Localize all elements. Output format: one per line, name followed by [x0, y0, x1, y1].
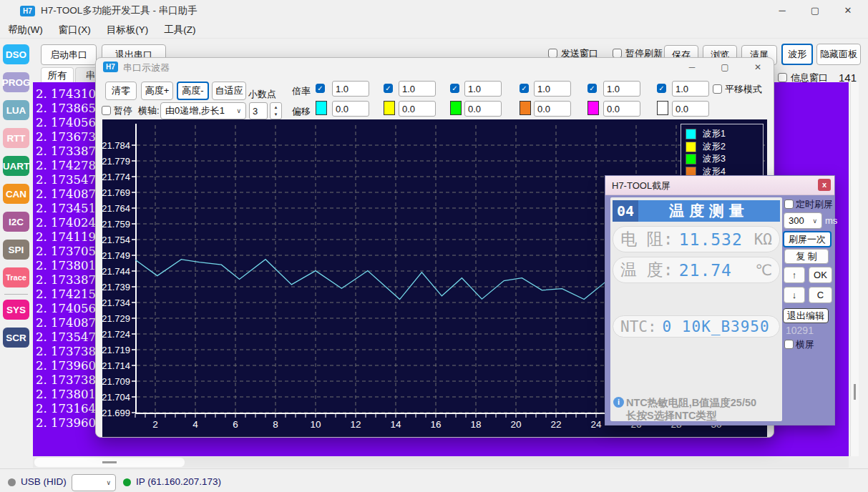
channel-5-ratio-input[interactable]	[603, 81, 640, 97]
channel-4-ratio-input[interactable]	[534, 81, 571, 97]
sidebar-item-rtt[interactable]: RTT	[3, 128, 29, 148]
maximize-icon[interactable]: ▢	[799, 0, 832, 21]
menu-item-1[interactable]: 窗口(X)	[51, 24, 99, 36]
down-button[interactable]: ↓	[784, 287, 805, 303]
resistance-value: 11.532	[679, 230, 743, 249]
svg-text:21.784: 21.784	[102, 140, 130, 151]
channel-4-color-swatch[interactable]	[520, 101, 531, 115]
channel-2-ratio-input[interactable]	[399, 81, 436, 97]
channel-6-enable-checkbox[interactable]: ✓	[657, 84, 666, 93]
svg-text:21.769: 21.769	[102, 187, 130, 198]
usb-status-dot-icon	[8, 478, 16, 486]
wave-button[interactable]: 波形	[781, 44, 813, 65]
haxis-dropdown[interactable]: 由0递增,步长1 ∨	[160, 102, 246, 119]
interval-dropdown[interactable]: 300 ∨	[784, 212, 822, 229]
channel-2-enable-checkbox[interactable]: ✓	[384, 84, 393, 93]
start-serial-button[interactable]: 启动串口	[41, 44, 97, 65]
channel-1-color-swatch[interactable]	[316, 101, 327, 115]
tab-all[interactable]: 所有	[41, 67, 74, 83]
refresh-once-button[interactable]: 刷屏一次	[783, 231, 832, 247]
timer-refresh-checkbox[interactable]	[784, 200, 794, 209]
chevron-down-icon: ∨	[236, 107, 241, 114]
sidebar-item-uart[interactable]: UART	[3, 156, 29, 176]
channel-6-offset-input[interactable]	[672, 101, 709, 117]
minimize-icon[interactable]: ─	[766, 0, 799, 21]
legend-item-3: 波形3	[686, 153, 726, 165]
channel-1-offset-input[interactable]	[332, 101, 369, 117]
channel-5-enable-checkbox[interactable]: ✓	[587, 84, 597, 93]
pan-mode-checkbox[interactable]	[713, 84, 722, 94]
svg-text:21.719: 21.719	[102, 345, 130, 355]
menu-item-0[interactable]: 帮助(W)	[0, 24, 51, 36]
menu-item-2[interactable]: 目标板(Y)	[99, 24, 157, 36]
height-minus-button[interactable]: 高度-	[177, 82, 209, 100]
channel-4-offset-input[interactable]	[534, 101, 571, 117]
decimal-label: 小数点	[248, 88, 276, 101]
channel-6-ratio-input[interactable]	[672, 81, 709, 97]
landscape-checkbox[interactable]	[784, 340, 794, 349]
info-window-checkbox[interactable]	[778, 73, 787, 82]
channel-3-color-swatch[interactable]	[450, 101, 462, 115]
horizontal-scrollbar[interactable]	[33, 457, 849, 468]
channel-3-enable-checkbox[interactable]: ✓	[450, 84, 459, 93]
temperature-label: 温 度:	[620, 259, 673, 281]
close-icon[interactable]: ✕	[832, 0, 864, 21]
vertical-scrollbar[interactable]	[850, 82, 859, 456]
channel-3-ratio-input[interactable]	[464, 81, 502, 97]
decimal-spinner[interactable]: ▲ ▼	[270, 102, 282, 119]
channel-2-color-swatch[interactable]	[384, 101, 395, 115]
exit-edit-button[interactable]: 退出编辑	[783, 308, 829, 323]
svg-text:21.739: 21.739	[102, 282, 130, 292]
height-plus-button[interactable]: 高度+	[141, 82, 173, 100]
spin-down-icon[interactable]: ▼	[274, 112, 278, 117]
sidebar-item-prog[interactable]: PROG	[3, 72, 29, 92]
hide-panel-button[interactable]: 隐藏面板	[816, 44, 861, 65]
sidebar-item-i2c[interactable]: I2C	[3, 212, 29, 232]
port-dropdown[interactable]: ∨	[72, 474, 116, 491]
osc-maximize-icon[interactable]: ▢	[713, 58, 737, 77]
copy-button[interactable]: 复 制	[784, 249, 829, 264]
channel-5-offset-input[interactable]	[603, 101, 640, 117]
menu-item-3[interactable]: 工具(Z)	[156, 24, 203, 36]
legend-item-1: 波形1	[686, 128, 726, 140]
haxis-value: 由0递增,步长1	[165, 104, 225, 117]
channel-4-enable-checkbox[interactable]: ✓	[520, 84, 529, 93]
sidebar-item-spi[interactable]: SPI	[3, 240, 29, 260]
channel-5-color-swatch[interactable]	[587, 101, 599, 115]
spin-up-icon[interactable]: ▲	[274, 105, 278, 109]
sidebar-item-sys[interactable]: SYS	[3, 300, 29, 320]
vertical-scrollbar-thumb[interactable]	[854, 384, 856, 400]
sidebar-item-dso[interactable]: DSO	[3, 44, 29, 64]
c-button[interactable]: C	[809, 287, 832, 303]
usb-status-label: USB (HID)	[21, 476, 67, 487]
legend-label: 波形1	[703, 128, 726, 140]
sidebar-item-lua[interactable]: LUA	[3, 100, 29, 120]
legend-label: 波形2	[703, 141, 726, 153]
ok-button[interactable]: OK	[809, 267, 832, 283]
channel-2-offset-input[interactable]	[399, 101, 436, 117]
up-button[interactable]: ↑	[784, 267, 805, 283]
svg-text:4: 4	[192, 419, 198, 430]
ip-status-dot-icon	[123, 478, 131, 486]
channel-6-color-swatch[interactable]	[657, 101, 668, 115]
sidebar-item-scr[interactable]: SCR	[3, 328, 29, 348]
osc-minimize-icon[interactable]: ─	[680, 58, 704, 77]
legend-label: 波形3	[703, 153, 726, 165]
interval-value: 300	[789, 215, 804, 226]
channel-3-offset-input[interactable]	[464, 101, 502, 117]
svg-text:21.754: 21.754	[102, 235, 130, 245]
oscilloscope-titlebar[interactable]: H7 串口示波器 ─ ▢ ✕	[96, 58, 774, 77]
decimal-input[interactable]	[249, 102, 268, 119]
zero-button[interactable]: 清零	[105, 82, 137, 100]
pause-checkbox[interactable]	[102, 106, 111, 115]
ntc-value: 0 10K_B3950	[663, 318, 770, 335]
osc-close-icon[interactable]: ✕	[746, 58, 770, 77]
channel-1-enable-checkbox[interactable]: ✓	[316, 84, 325, 93]
channel-1-ratio-input[interactable]	[332, 81, 369, 97]
horizontal-scrollbar-thumb[interactable]	[34, 458, 185, 467]
sidebar-item-can[interactable]: CAN	[3, 184, 29, 204]
autofit-button[interactable]: 自适应	[212, 82, 246, 100]
sidebar-item-trace[interactable]: Trace	[3, 267, 29, 287]
capture-titlebar[interactable]: H7-TOOL截屏	[605, 176, 834, 195]
capture-close-icon[interactable]: x	[818, 179, 831, 191]
